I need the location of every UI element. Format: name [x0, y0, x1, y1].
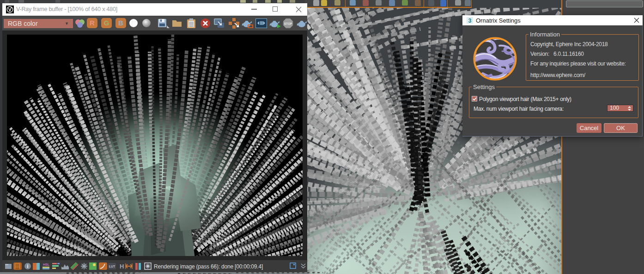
svg-text:STOP: STOP	[284, 22, 292, 25]
svg-text:HSL: HSL	[43, 263, 50, 266]
svg-text:i: i	[27, 264, 29, 269]
svg-text:3: 3	[468, 18, 472, 24]
svg-text:H: H	[120, 263, 124, 270]
svg-text:LUT: LUT	[109, 265, 115, 268]
